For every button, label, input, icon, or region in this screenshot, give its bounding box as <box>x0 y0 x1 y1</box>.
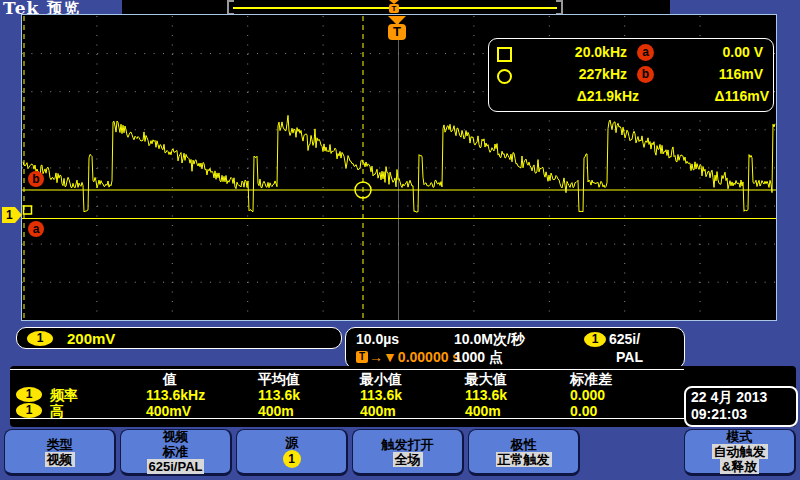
meas-row1-value: 113.6kHz <box>146 387 205 403</box>
video-standard-line1: 625i/ <box>609 331 640 347</box>
trigger-marker-icon: T <box>389 0 400 13</box>
menu-label: 视频 <box>163 429 189 444</box>
menu-label: 极性 <box>511 437 537 452</box>
square-cursor-icon <box>24 206 32 214</box>
source-channel-badge: 1 <box>283 450 301 468</box>
trigger-delay-group: T →▼ 0.00000 s <box>356 349 460 365</box>
channel1-scale: 200mV <box>67 330 115 347</box>
menu-button-type[interactable]: 类型 视频 <box>4 429 116 476</box>
window-bracket-left <box>227 0 234 15</box>
window-bracket-right <box>556 0 563 15</box>
trigger-delay-value: 0.00000 s <box>398 349 460 365</box>
meas-row1-mean: 113.6k <box>258 387 300 403</box>
trigger-delay-arrow-icon: →▼ <box>369 349 397 365</box>
menu-button-trigger-on[interactable]: 触发打开 全场 <box>352 429 464 476</box>
meas-row2-channel-badge: 1 <box>16 403 42 418</box>
menu-value: 自动触发 <box>712 444 768 459</box>
menu-label: 类型 <box>47 437 73 452</box>
trigger-source-badge: 1 <box>584 332 606 347</box>
meas-row1-max: 113.6k <box>465 387 507 403</box>
cursor-b-voltage: 116mV <box>659 66 763 82</box>
square-cursor-legend-icon <box>497 47 512 62</box>
menu-button-video-standard[interactable]: 视频 标准 625i/PAL <box>120 429 232 476</box>
trigger-delay-flag-icon: T <box>356 351 368 363</box>
record-preview-bar: T <box>122 0 670 15</box>
cursor-b-readout-badge: b <box>637 66 654 83</box>
menu-label: 模式 <box>727 429 753 444</box>
date-value: 22 4月 2013 <box>691 389 767 407</box>
circle-cursor-frequency: 227kHz <box>515 66 627 82</box>
trigger-position-flag[interactable]: T <box>388 16 406 40</box>
circle-cursor-legend-icon <box>497 69 512 84</box>
sample-rate: 10.0M次/秒 <box>454 331 525 349</box>
datetime-box: 22 4月 2013 09:21:03 <box>684 386 798 427</box>
meas-row1-min: 113.6k <box>360 387 402 403</box>
timebase-value: 10.0µs <box>356 331 399 347</box>
horizontal-trigger-readout: 10.0µs 10.0M次/秒 1 625i/ T →▼ 0.00000 s 1… <box>345 327 685 369</box>
channel1-badge: 1 <box>27 331 53 346</box>
cursor-a-voltage: 0.00 V <box>659 44 763 60</box>
cursor-a-badge: a <box>28 221 44 237</box>
channel1-scale-readout: 1 200mV <box>16 327 342 349</box>
cursor-readout-panel: 20.0kHz a 0.00 V 227kHz b 116mV Δ21.9kHz… <box>488 38 774 112</box>
table-top-divider <box>10 369 684 370</box>
meas-row2-min: 400m <box>360 403 396 419</box>
meas-row2-mean: 400m <box>258 403 294 419</box>
record-length: 1000 点 <box>454 349 503 367</box>
channel1-ground-marker[interactable]: 1 <box>2 207 22 223</box>
cursor-a-readout-badge: a <box>637 44 654 61</box>
cursor-b-badge: b <box>28 171 44 187</box>
time-value: 09:21:03 <box>691 406 747 422</box>
delta-frequency: Δ21.9kHz <box>515 88 639 104</box>
menu-value: 全场 <box>393 452 423 467</box>
meas-row1-channel-badge: 1 <box>16 387 42 402</box>
menu-button-mode[interactable]: 模式 自动触发 &释放 <box>684 429 796 476</box>
meas-row2-value: 400mV <box>146 403 191 419</box>
meas-row2-max: 400m <box>465 403 501 419</box>
trigger-flag-letter: T <box>388 24 406 40</box>
menu-label: 标准 <box>163 444 189 459</box>
menu-button-polarity[interactable]: 极性 正常触发 <box>468 429 580 476</box>
trigger-marker-letter: T <box>389 4 399 13</box>
menu-button-source[interactable]: 源 1 <box>236 429 348 476</box>
video-standard-line2: PAL <box>616 349 643 365</box>
menu-label: 源 <box>285 435 298 450</box>
menu-label: 触发打开 <box>382 437 434 452</box>
meas-row2-name: 高 <box>50 403 64 421</box>
menu-value: 625i/PAL <box>147 459 205 474</box>
meas-row2-stddev: 0.00 <box>570 403 597 419</box>
menu-value: 视频 <box>45 452 75 467</box>
delta-voltage: Δ116mV <box>659 88 769 104</box>
menu-value: &释放 <box>720 459 759 474</box>
oscilloscope-screen: Tek 预览 T T b a 1 20.0kHz a 0.00 V 227kHz… <box>0 0 800 480</box>
menu-value: 正常触发 <box>496 452 552 467</box>
square-cursor-frequency: 20.0kHz <box>515 44 627 60</box>
meas-row1-stddev: 0.000 <box>570 387 605 403</box>
